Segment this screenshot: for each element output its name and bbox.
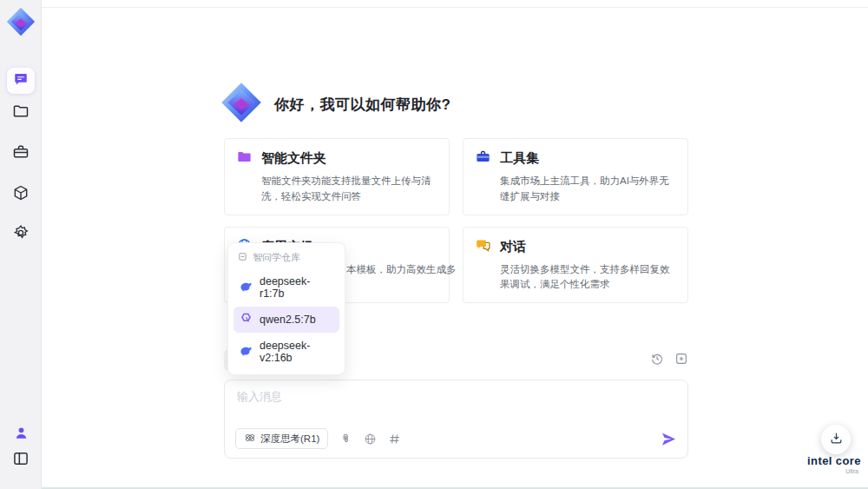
- model-option-label: deepseek-r1:7b: [260, 275, 333, 300]
- new-chat-icon[interactable]: [674, 352, 688, 369]
- repo-label: 智问学仓库: [253, 251, 300, 264]
- message-input[interactable]: [237, 389, 619, 426]
- history-icon[interactable]: [650, 352, 664, 369]
- sidebar-item-toolbox[interactable]: [0, 143, 42, 161]
- atom-icon: [244, 432, 256, 446]
- model-option-label: qwen2.5:7b: [260, 314, 316, 326]
- intel-ultra-text: Ultra: [801, 468, 867, 474]
- model-option-deepseek-r1[interactable]: deepseek-r1:7b: [233, 270, 339, 305]
- card-title: 智能文件夹: [261, 150, 326, 167]
- app-logo[interactable]: [0, 7, 42, 36]
- sidebar-item-chat[interactable]: [7, 68, 35, 94]
- repo-icon: [238, 252, 247, 263]
- chat-actions: [650, 352, 688, 369]
- window-top-divider: [42, 7, 868, 8]
- briefcase-blue-icon: [475, 149, 491, 169]
- sidebar-item-profile[interactable]: [0, 425, 42, 441]
- model-option-qwen[interactable]: qwen2.5:7b: [233, 307, 339, 333]
- model-repo-header: 智问学仓库: [233, 248, 339, 268]
- user-icon: [13, 425, 30, 441]
- card-dialogue[interactable]: 对话 灵活切换多模型文件，支持多样回复效果调试，满足个性化需求: [463, 227, 688, 304]
- chat-yellow-icon: [475, 237, 491, 257]
- folder-icon: [12, 102, 30, 120]
- logo-gem-icon: [6, 7, 36, 36]
- deepseek-whale-icon: [240, 344, 253, 360]
- greeting-header: 你好，我可以如何帮助你?: [220, 82, 450, 127]
- deepseek-whale-icon: [240, 280, 253, 295]
- panel-icon: [12, 450, 30, 467]
- model-option-deepseek-v2[interactable]: deepseek-v2:16b: [233, 334, 339, 369]
- page-title: 你好，我可以如何帮助你?: [274, 95, 450, 115]
- card-description: 灵活切换多模型文件，支持多样回复效果调试，满足个性化需求: [500, 262, 676, 294]
- deep-think-label: 深度思考(R1): [260, 433, 319, 446]
- prompt-library-icon[interactable]: [388, 433, 401, 446]
- card-title: 工具集: [500, 150, 539, 167]
- sidebar-item-models[interactable]: [0, 184, 42, 202]
- cube-icon: [12, 184, 30, 202]
- chat-icon: [13, 71, 29, 90]
- folder-purple-icon: [236, 149, 253, 169]
- intel-brand-text: intel core: [801, 454, 867, 467]
- qwen-icon: [240, 312, 253, 327]
- sidebar-item-folders[interactable]: [0, 102, 42, 120]
- card-toolset[interactable]: 工具集 集成市场上主流工具，助力AI与外界无缝扩展与对接: [463, 138, 688, 215]
- sidebar-item-collapse-panel[interactable]: [0, 450, 42, 467]
- chat-input-box: 深度思考(R1): [224, 380, 688, 459]
- sidebar-item-settings[interactable]: [0, 224, 42, 241]
- deep-think-toggle[interactable]: 深度思考(R1): [235, 428, 328, 449]
- gear-icon: [12, 224, 30, 241]
- send-button[interactable]: [661, 431, 677, 447]
- card-title: 对话: [500, 239, 526, 255]
- model-dropdown-menu: 智问学仓库 deepseek-r1:7b qwen2.5:7b deepseek…: [227, 242, 345, 375]
- card-description: 集成市场上主流工具，助力AI与外界无缝扩展与对接: [500, 174, 676, 205]
- download-button[interactable]: [821, 425, 851, 454]
- model-option-label: deepseek-v2:16b: [260, 340, 333, 364]
- intel-core-badge: intel core Ultra: [801, 454, 867, 474]
- sidebar: [0, 0, 42, 489]
- briefcase-icon: [12, 143, 30, 161]
- logo-gem-icon: [220, 82, 262, 127]
- input-toolbar: 深度思考(R1): [235, 428, 677, 449]
- card-smart-folder[interactable]: 智能文件夹 智能文件夹功能支持批量文件上传与清洗，轻松实现文件问答: [224, 138, 450, 215]
- card-description: 智能文件夹功能支持批量文件上传与清洗，轻松实现文件问答: [261, 174, 437, 205]
- web-search-icon[interactable]: [364, 433, 377, 446]
- download-icon: [829, 431, 844, 449]
- attachment-icon[interactable]: [339, 433, 352, 446]
